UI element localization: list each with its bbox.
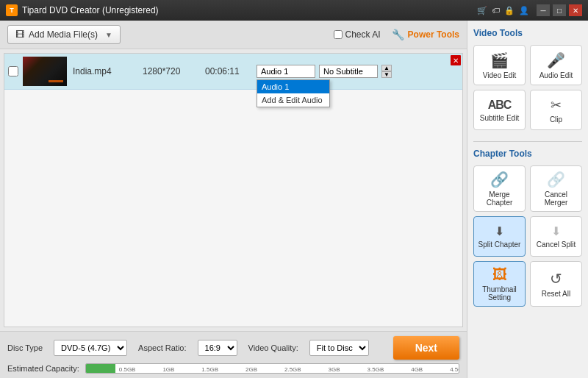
cap-mark-6: 3.5GB [368,366,384,373]
row-close-button[interactable]: ✕ [451,55,461,65]
merge-chapter-label: Merge Chapter [477,190,522,207]
subtitle-edit-label: Subtitle Edit [480,114,519,122]
cap-mark-4: 2.5GB [284,366,301,373]
subtitle-select[interactable]: No Subtitle [319,65,378,78]
thumbnail-setting-icon: 🖼 [492,266,507,283]
audio-dropdown-menu: Audio 1 Add & Edit Audio [257,79,330,107]
cap-mark-7: 4GB [411,366,423,373]
chapter-tools-title: Chapter Tools [473,149,582,159]
reset-all-icon: ↺ [550,270,562,288]
video-edit-label: Video Edit [483,71,516,79]
disc-type-select[interactable]: DVD-5 (4.7G) [54,340,127,356]
audio-edit-button[interactable]: 🎤 Audio Edit [530,45,582,85]
cancel-merger-label: Cancel Merger [534,190,578,207]
video-tools-title: Video Tools [473,28,582,38]
main-container: 🎞 Add Media File(s) ▼ Check AI 🔧 Power T… [0,21,588,378]
cap-mark-8: 4.5GB [450,366,459,373]
wrench-icon: 🔧 [392,29,404,40]
video-edit-button[interactable]: 🎬 Video Edit [473,45,526,85]
clip-label: Clip [550,115,562,124]
capacity-bar-fill [86,364,116,373]
film-icon: 🎞 [15,29,24,40]
spinner-up-button[interactable]: ▲ [381,65,392,71]
cart-icon: 🛒 [477,6,487,15]
power-tools-label: Power Tools [408,29,459,40]
title-bar-icons: 🛒 🏷 🔒 👤 [477,6,529,15]
spinner-down-button[interactable]: ▼ [381,71,392,78]
table-row: India.mp4 1280*720 00:06:11 Audio 1 Audi… [4,54,462,90]
chapter-divider [473,141,582,142]
dropdown-arrow-icon: ▼ [105,31,112,39]
minimize-button[interactable]: ─ [537,4,550,16]
media-thumbnail [23,57,67,86]
disc-type-label: Disc Type [7,343,43,352]
bottom-bar: Disc Type DVD-5 (4.7G) Aspect Ratio: 16:… [0,331,467,378]
media-filename: India.mp4 [73,66,132,76]
estimated-capacity-label: Estimated Capacity: [7,364,79,373]
check-ai-control: Check AI [334,29,381,40]
cap-mark-1: 1GB [162,366,174,373]
thumbnail-setting-label: Thumbnail Setting [477,285,522,302]
close-button[interactable]: ✕ [569,4,582,16]
split-chapter-icon: ⬇ [495,224,504,238]
maximize-button[interactable]: □ [553,4,566,16]
video-tools-grid: 🎬 Video Edit 🎤 Audio Edit ABC Subtitle E… [473,45,582,130]
bottom-row-capacity: Estimated Capacity: 0.5GB 1GB 1.5GB 2GB … [7,363,459,374]
row-checkbox[interactable] [8,66,18,76]
lock-icon: 🔒 [504,6,514,15]
add-edit-audio-option[interactable]: Add & Edit Audio [257,93,329,107]
media-list-area: India.mp4 1280*720 00:06:11 Audio 1 Audi… [4,53,463,327]
chapter-tools-grid: 🔗 Merge Chapter 🔗 Cancel Merger ⬇ Split … [473,165,582,307]
cancel-merger-icon: 🔗 [547,171,565,188]
video-edit-icon: 🎬 [490,51,509,69]
cancel-split-button[interactable]: ⬇ Cancel Split [530,216,582,257]
check-ai-label: Check AI [345,29,381,40]
tag-icon: 🏷 [492,6,500,15]
reset-all-button[interactable]: ↺ Reset All [530,261,582,307]
media-resolution: 1280*720 [143,66,194,76]
clip-icon: ✂ [551,97,562,113]
cancel-split-icon: ⬇ [551,224,561,238]
video-quality-label: Video Quality: [248,343,298,352]
title-bar: T Tipard DVD Creator (Unregistered) 🛒 🏷 … [0,0,588,21]
toolbar: 🎞 Add Media File(s) ▼ Check AI 🔧 Power T… [0,21,467,49]
cancel-merger-button[interactable]: 🔗 Cancel Merger [530,165,582,212]
subtitle-edit-icon: ABC [488,99,512,112]
app-icon: T [6,4,18,16]
aspect-ratio-select[interactable]: 16:9 [198,340,237,356]
video-quality-select[interactable]: Fit to Disc [309,340,369,356]
next-button[interactable]: Next [393,336,459,360]
left-area: 🎞 Add Media File(s) ▼ Check AI 🔧 Power T… [0,21,467,378]
clip-button[interactable]: ✂ Clip [530,90,582,130]
title-bar-title: Tipard DVD Creator (Unregistered) [22,5,477,15]
audio-option-1[interactable]: Audio 1 [257,80,329,93]
audio-edit-icon: 🎤 [547,51,565,69]
window-controls[interactable]: ─ □ ✕ [537,4,582,16]
merge-chapter-button[interactable]: 🔗 Merge Chapter [473,165,526,212]
split-chapter-label: Split Chapter [478,240,521,249]
merge-chapter-icon: 🔗 [490,171,509,188]
bottom-row-settings: Disc Type DVD-5 (4.7G) Aspect Ratio: 16:… [7,336,459,360]
capacity-bar: 0.5GB 1GB 1.5GB 2GB 2.5GB 3GB 3.5GB 4GB … [85,363,459,374]
user-icon: 👤 [519,6,529,15]
row-spinners: ▲ ▼ [381,65,392,78]
audio-select[interactable]: Audio 1 Audio 1 Add & Edit Audio [257,65,315,78]
aspect-ratio-label: Aspect Ratio: [138,343,186,352]
power-tools-button[interactable]: 🔧 Power Tools [392,29,459,40]
add-media-button[interactable]: 🎞 Add Media File(s) ▼ [7,25,121,44]
thumbnail-image [23,57,67,86]
right-panel: Video Tools 🎬 Video Edit 🎤 Audio Edit AB… [467,21,588,378]
media-duration: 00:06:11 [205,66,249,76]
cap-mark-3: 2GB [245,366,257,373]
cap-mark-5: 3GB [329,366,340,373]
cap-mark-0: 0.5GB [119,366,136,373]
cap-mark-2: 1.5GB [201,366,218,373]
split-chapter-button[interactable]: ⬇ Split Chapter [473,216,526,257]
check-ai-checkbox[interactable] [334,30,343,39]
subtitle-edit-button[interactable]: ABC Subtitle Edit [473,90,526,130]
thumbnail-setting-button[interactable]: 🖼 Thumbnail Setting [473,261,526,307]
cancel-split-label: Cancel Split [537,240,576,249]
audio-dropdown[interactable]: Audio 1 [257,65,315,78]
add-media-label: Add Media File(s) [29,29,98,40]
reset-all-label: Reset All [542,290,570,298]
